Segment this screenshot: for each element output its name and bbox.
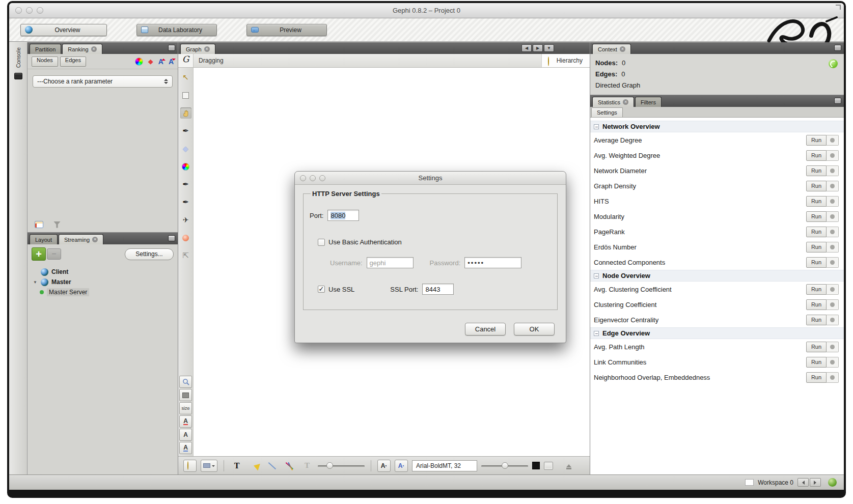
edge-color-mixed-button[interactable]	[283, 460, 296, 472]
rank-parameter-dropdown[interactable]: ---Choose a rank parameter	[33, 75, 173, 88]
tab-streaming[interactable]: Streaming ×	[59, 234, 103, 244]
nodes-toggle-button[interactable]: Nodes	[32, 57, 58, 67]
info-dot-button[interactable]	[827, 284, 839, 295]
size-ranking-icon[interactable]: ◆	[148, 58, 153, 65]
info-dot-button[interactable]	[827, 211, 839, 222]
run-button[interactable]: Run	[806, 227, 827, 237]
label-color-swatch[interactable]	[532, 462, 540, 469]
info-dot-button[interactable]	[827, 242, 839, 253]
painter-tool[interactable]: ✒	[180, 125, 191, 136]
info-dot-button[interactable]	[827, 357, 839, 368]
tab-ranking[interactable]: Ranking ×	[62, 44, 102, 54]
graph-tab-close-icon[interactable]: ×	[204, 46, 210, 52]
label-size-slider-knob[interactable]	[502, 462, 508, 469]
edge-pencil-tool[interactable]: ✒	[180, 197, 191, 208]
heat-node-tool[interactable]	[180, 232, 191, 243]
info-dot-button[interactable]	[827, 165, 839, 176]
node-color-tool[interactable]	[180, 161, 191, 172]
context-minimize-icon[interactable]	[834, 45, 841, 51]
ranking-minimize-icon[interactable]	[168, 45, 175, 51]
collapse-icon[interactable]	[594, 124, 599, 129]
tab-list-button[interactable]: ▼	[544, 44, 554, 52]
label-size-slider[interactable]	[481, 462, 528, 469]
edit-tool[interactable]: ⇱	[180, 250, 191, 261]
tab-context[interactable]: Context ×	[592, 44, 631, 54]
ranking-tab-close-icon[interactable]: ×	[91, 46, 97, 52]
info-dot-button[interactable]	[827, 299, 839, 310]
add-connection-button[interactable]: +	[32, 247, 46, 261]
port-field[interactable]: 8080	[327, 210, 359, 221]
subtab-settings[interactable]: Settings	[591, 107, 623, 117]
tab-statistics[interactable]: Statistics ×	[592, 97, 634, 107]
cancel-button[interactable]: Cancel	[465, 323, 506, 335]
statistics-tab-close-icon[interactable]: ×	[623, 99, 628, 105]
edge-style-dropdown[interactable]	[201, 460, 217, 472]
tab-scroll-right-button[interactable]: ▶	[533, 44, 543, 52]
section-node-overview[interactable]: Node Overview	[590, 270, 844, 282]
run-button[interactable]: Run	[806, 196, 827, 207]
run-button[interactable]: Run	[806, 211, 827, 222]
run-button[interactable]: Run	[806, 284, 827, 295]
console-tab[interactable]: Console	[15, 47, 21, 68]
info-dot-button[interactable]	[827, 257, 839, 268]
run-button[interactable]: Run	[806, 357, 827, 368]
edge-bulb-button[interactable]	[183, 460, 197, 472]
font-field[interactable]: Arial-BoldMT, 32	[412, 460, 477, 471]
context-refresh-icon[interactable]	[829, 59, 838, 68]
context-tab-close-icon[interactable]: ×	[620, 46, 625, 52]
preview-button[interactable]: Preview	[246, 24, 327, 36]
statistics-minimize-icon[interactable]	[834, 98, 841, 104]
node-label-color-button[interactable]: A	[179, 415, 192, 428]
basic-auth-checkbox[interactable]	[318, 239, 325, 246]
background-color-button[interactable]	[179, 389, 192, 401]
tab-scroll-left-button[interactable]: ◀	[521, 44, 532, 52]
data-laboratory-button[interactable]: Data Laboratory	[136, 24, 217, 36]
edges-toggle-button[interactable]: Edges	[60, 57, 86, 67]
drag-tool[interactable]	[180, 107, 191, 119]
tree-item-master[interactable]: ▼ Master	[33, 277, 178, 287]
info-dot-button[interactable]	[827, 181, 839, 191]
run-button[interactable]: Run	[806, 242, 827, 253]
workspace-next-button[interactable]	[810, 478, 821, 487]
run-button[interactable]: Run	[806, 181, 827, 191]
run-button[interactable]: Run	[806, 299, 827, 310]
tab-layout[interactable]: Layout	[30, 234, 58, 244]
run-button[interactable]: Run	[806, 135, 827, 146]
info-dot-button[interactable]	[827, 315, 839, 325]
direct-select-tool[interactable]: ↖	[180, 72, 191, 83]
color-ranking-icon[interactable]	[135, 58, 143, 66]
zoom-reset-button[interactable]	[179, 376, 192, 388]
section-edge-overview[interactable]: Edge Overview	[590, 327, 844, 339]
network-status-icon[interactable]	[828, 478, 837, 487]
edge-color-source-button[interactable]	[266, 460, 279, 472]
master-expand-icon[interactable]: ▼	[33, 280, 38, 285]
remove-connection-button[interactable]: −	[47, 248, 61, 260]
terminal-icon[interactable]	[14, 73, 22, 79]
run-button[interactable]: Run	[806, 150, 827, 161]
node-label-plain-button[interactable]: A	[179, 429, 192, 441]
info-dot-button[interactable]	[827, 372, 839, 383]
run-button[interactable]: Run	[806, 315, 827, 325]
label-color-ranking-icon[interactable]: A	[158, 58, 163, 66]
edge-label-color-button[interactable]: A	[179, 442, 192, 454]
tree-item-master-server[interactable]: Master Server	[33, 287, 178, 297]
tree-item-client[interactable]: Client	[33, 267, 178, 277]
shortest-path-tool[interactable]: ✈	[180, 214, 191, 226]
info-dot-button[interactable]	[827, 135, 839, 146]
tab-graph[interactable]: Graph ×	[180, 44, 215, 54]
info-dot-button[interactable]	[827, 342, 839, 352]
streaming-minimize-icon[interactable]	[168, 235, 175, 241]
size-mode-button[interactable]: size	[179, 402, 192, 414]
edge-weight-slider[interactable]	[318, 462, 365, 469]
tab-filters[interactable]: Filters	[635, 97, 662, 107]
info-dot-button[interactable]	[827, 150, 839, 161]
username-field[interactable]: gephi	[367, 257, 414, 268]
streaming-tab-close-icon[interactable]: ×	[92, 237, 98, 242]
collapse-toolbar-icon[interactable]	[566, 462, 571, 469]
filter-funnel-icon[interactable]	[53, 221, 61, 228]
collapse-icon[interactable]	[594, 331, 599, 336]
edge-weight-slider-knob[interactable]	[326, 462, 333, 469]
run-button[interactable]: Run	[806, 165, 827, 176]
info-dot-button[interactable]	[827, 196, 839, 207]
collapse-icon[interactable]	[594, 273, 599, 278]
